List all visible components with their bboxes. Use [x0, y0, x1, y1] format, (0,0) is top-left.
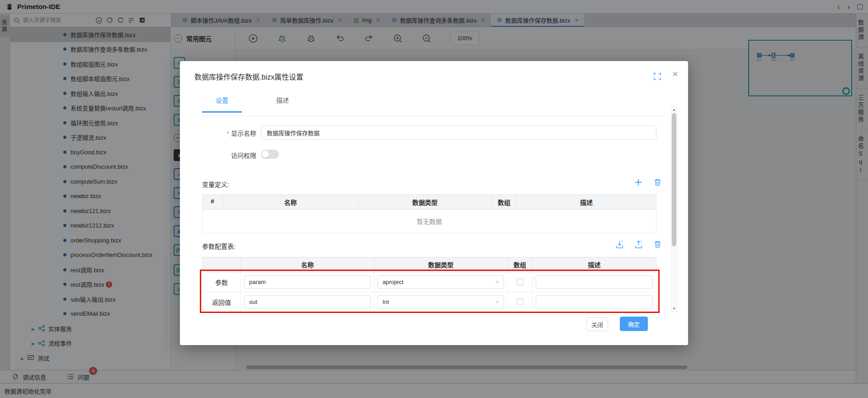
display-name-input[interactable] — [261, 125, 656, 140]
dialog-tabs: 设置 描述 — [202, 95, 302, 113]
dialog-tab[interactable]: 设置 — [202, 95, 242, 113]
import-params-icon[interactable] — [615, 240, 624, 249]
close-button[interactable]: 关闭 — [586, 317, 608, 331]
param-row-label: 返回值 — [203, 292, 241, 312]
table-header-cell: 名称 — [223, 195, 359, 209]
table-header-cell: 描述 — [517, 195, 656, 209]
param-name-input[interactable] — [244, 275, 371, 289]
params-table: 名称数据类型数组描述 参数 aproject ∨ — [202, 257, 656, 312]
param-desc-input[interactable] — [536, 295, 653, 309]
add-variable-icon[interactable] — [634, 178, 643, 187]
variables-table: #名称数据类型数组描述 暂无数据 — [202, 194, 656, 233]
table-header-cell: # — [203, 195, 223, 209]
close-icon[interactable]: × — [672, 69, 678, 79]
table-header-cell — [203, 257, 241, 272]
table-header-cell: 数据类型 — [374, 257, 508, 272]
param-name-input[interactable] — [244, 295, 371, 309]
table-header-cell: 名称 — [241, 257, 374, 272]
table-header-cell: 数组 — [492, 195, 517, 209]
variables-section-label: 变量定义: — [202, 180, 229, 189]
chevron-down-icon: ∨ — [495, 299, 499, 304]
scrollbar-thumb[interactable] — [672, 113, 676, 246]
param-row: 返回值 Int ∨ — [202, 292, 656, 312]
param-type-select[interactable]: Int ∨ — [377, 295, 504, 309]
scroll-down-icon[interactable]: ▼ — [671, 307, 677, 311]
confirm-button[interactable]: 确定 — [620, 317, 648, 331]
param-type-select[interactable]: aproject ∨ — [377, 275, 504, 289]
chevron-down-icon: ∨ — [495, 280, 499, 284]
param-desc-input[interactable] — [536, 275, 653, 289]
access-permission-label: 访问权限 — [202, 151, 256, 160]
array-checkbox[interactable] — [517, 298, 524, 305]
delete-variable-icon[interactable] — [653, 178, 662, 187]
export-params-icon[interactable] — [634, 240, 643, 249]
table-header-cell: 数据类型 — [359, 195, 492, 209]
dialog-scrollbar[interactable]: ▲ ▼ — [671, 106, 677, 312]
delete-params-icon[interactable] — [653, 240, 662, 249]
params-section-label: 参数配置表: — [202, 242, 236, 251]
array-checkbox[interactable] — [517, 279, 524, 285]
param-row: 参数 aproject ∨ — [202, 272, 656, 292]
empty-table-message: 暂无数据 — [202, 210, 656, 233]
required-star: * — [227, 130, 229, 137]
param-row-label: 参数 — [203, 272, 241, 292]
app-window: Primeton-IDE ‹ › 资源 AI — [0, 0, 868, 398]
dialog-tab[interactable]: 描述 — [263, 95, 302, 113]
dialog-title: 数据库操作保存数据.bizx属性设置 — [194, 71, 303, 82]
display-name-label: *显示名称 — [202, 128, 256, 137]
table-header-cell: 数组 — [508, 257, 533, 272]
properties-dialog: 数据库操作保存数据.bizx属性设置 × 设置 描述 *显示名称 访问权限 变量… — [180, 61, 688, 345]
fullscreen-icon[interactable] — [654, 73, 661, 80]
scroll-up-icon[interactable]: ▲ — [671, 108, 677, 112]
divider — [202, 116, 663, 116]
table-header-cell: 描述 — [533, 257, 656, 272]
access-permission-toggle[interactable] — [261, 150, 279, 159]
